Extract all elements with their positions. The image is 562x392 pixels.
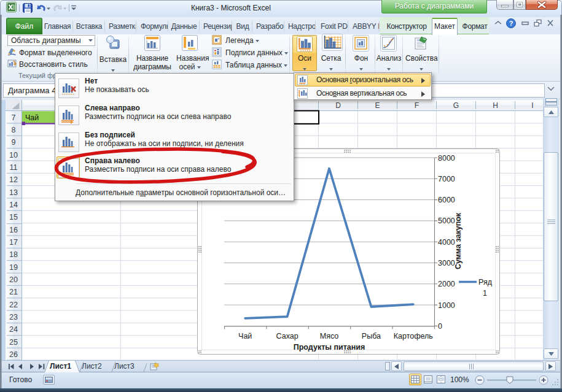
svg-text:6000: 6000: [438, 196, 455, 204]
svg-text:11: 11: [10, 163, 18, 172]
svg-text:?: ?: [509, 20, 513, 27]
svg-text:23: 23: [9, 313, 18, 321]
svg-text:I: I: [531, 101, 533, 110]
svg-text:13: 13: [9, 188, 18, 197]
svg-text:15: 15: [9, 213, 18, 221]
svg-text:F: F: [415, 101, 419, 110]
svg-text:Мясо: Мясо: [320, 332, 339, 340]
svg-text:8: 8: [12, 126, 16, 134]
svg-text:5000: 5000: [438, 217, 455, 225]
svg-text:20: 20: [9, 275, 18, 284]
svg-text:16: 16: [9, 226, 18, 234]
svg-text:H: H: [493, 101, 498, 110]
svg-text:19: 19: [9, 263, 18, 272]
svg-text:1: 1: [483, 289, 487, 298]
svg-text:Картофель: Картофель: [394, 332, 433, 340]
svg-text:9: 9: [12, 138, 16, 147]
svg-text:8000: 8000: [438, 154, 455, 163]
svg-text:Продукты питания: Продукты питания: [294, 343, 365, 352]
svg-text:Чай: Чай: [25, 113, 39, 122]
svg-text:26: 26: [9, 350, 18, 359]
svg-text:Ряд: Ряд: [478, 278, 493, 286]
svg-text:10: 10: [9, 151, 18, 159]
svg-text:14: 14: [9, 201, 18, 209]
svg-text:22: 22: [9, 301, 18, 309]
svg-text:Сумма закупок: Сумма закупок: [454, 212, 462, 269]
svg-text:25: 25: [9, 338, 18, 347]
svg-text:G: G: [453, 101, 459, 110]
svg-text:1000: 1000: [438, 301, 455, 310]
svg-text:D: D: [335, 101, 341, 110]
svg-text:0: 0: [438, 322, 442, 331]
svg-text:7000: 7000: [438, 175, 455, 183]
svg-text:18: 18: [9, 250, 18, 259]
svg-text:24: 24: [9, 325, 18, 334]
svg-text:Чай: Чай: [238, 332, 252, 340]
svg-text:21: 21: [9, 288, 18, 296]
svg-text:3000: 3000: [438, 259, 455, 267]
svg-text:Рыба: Рыба: [362, 332, 381, 340]
svg-text:4000: 4000: [438, 238, 455, 247]
svg-text:7: 7: [12, 113, 16, 122]
svg-text:Сахар: Сахар: [276, 332, 299, 340]
svg-text:12: 12: [9, 175, 18, 184]
svg-text:17: 17: [9, 238, 18, 247]
svg-text:2000: 2000: [438, 280, 455, 288]
svg-text:E: E: [375, 101, 380, 110]
